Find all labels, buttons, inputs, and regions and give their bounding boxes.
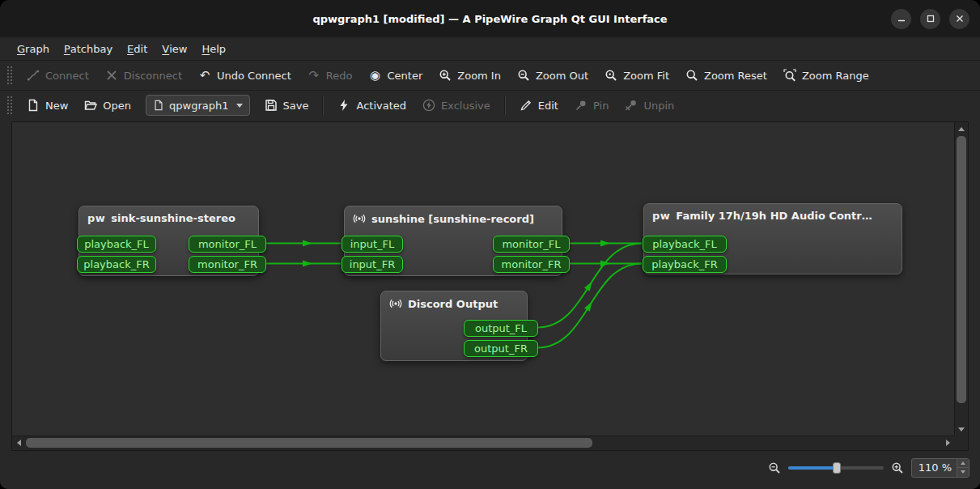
arrow-left-icon [17, 440, 21, 446]
zoom-in-icon [439, 69, 452, 82]
button-label: Open [103, 100, 131, 112]
horizontal-scroll-handle[interactable] [26, 438, 592, 448]
horizontal-scrollbar[interactable] [12, 436, 954, 450]
port-label: monitor_FR [502, 258, 562, 270]
menu-label: H [202, 43, 210, 55]
port-playback-fl[interactable]: playback_FL [643, 236, 727, 253]
arrow-up-icon [961, 461, 965, 465]
node-header: pw sink-sunshine-stereo [79, 206, 258, 224]
node-discord-output[interactable]: Discord Output output_FL output_FR [380, 291, 528, 361]
zoom-range-icon [783, 69, 796, 82]
edit-button[interactable]: Edit [512, 96, 566, 115]
vertical-scroll-handle[interactable] [957, 136, 966, 403]
scroll-down-button[interactable] [955, 423, 968, 436]
zoom-in-button[interactable]: Zoom In [431, 66, 508, 85]
scroll-up-button[interactable] [955, 122, 968, 135]
port-playback-fl[interactable]: playback_FL [77, 236, 156, 253]
zoom-reset-icon [685, 69, 698, 82]
node-header: pw Family 17h/19h HD Audio Contr… [644, 204, 902, 222]
port-label: input_FR [350, 258, 395, 270]
open-button[interactable]: Open [77, 96, 138, 115]
toolbar-handle[interactable] [7, 96, 12, 114]
spin-up-button[interactable] [957, 459, 969, 468]
toolbar-separator [322, 96, 324, 115]
exclusive-button[interactable]: Exclusive [415, 96, 498, 115]
node-family-hd-audio[interactable]: pw Family 17h/19h HD Audio Contr… playba… [643, 203, 902, 274]
node-sunshine[interactable]: sunshine [sunshine-record] input_FL inpu… [344, 206, 562, 276]
graph-canvas[interactable]: pw sink-sunshine-stereo playback_FL play… [12, 122, 954, 436]
zoom-out-button[interactable]: Zoom Out [510, 66, 596, 85]
open-folder-icon [84, 99, 97, 112]
button-label: Center [388, 70, 423, 82]
port-input-fr[interactable]: input_FR [342, 256, 403, 273]
port-monitor-fr[interactable]: monitor_FR [493, 256, 570, 273]
button-label: Pin [593, 100, 609, 112]
port-label: monitor_FL [198, 238, 257, 250]
maximize-button[interactable] [920, 9, 940, 29]
save-icon [265, 99, 278, 112]
menu-label: E [127, 43, 134, 55]
zoom-spinbox[interactable]: 110 % [911, 458, 969, 478]
node-title: sunshine [sunshine-record] [371, 213, 534, 225]
combo-value: qpwgraph1 [169, 100, 228, 112]
zoom-value[interactable]: 110 % [912, 459, 957, 477]
port-monitor-fr[interactable]: monitor_FR [189, 256, 266, 273]
activated-button[interactable]: Activated [330, 96, 414, 115]
disconnect-button[interactable]: Disconnect [98, 66, 189, 85]
patchbay-file-combo[interactable]: qpwgraph1 [146, 95, 249, 116]
zoom-fit-button[interactable]: Zoom Fit [597, 66, 677, 85]
pin-button[interactable]: Pin [567, 96, 616, 115]
lightning-icon [337, 99, 350, 112]
toolbar-handle[interactable] [7, 66, 12, 84]
menu-help[interactable]: Help [194, 37, 233, 60]
save-button[interactable]: Save [257, 96, 316, 115]
port-output-fl[interactable]: output_FL [464, 320, 538, 337]
spin-down-button[interactable] [957, 467, 969, 477]
zoom-in-icon[interactable] [891, 461, 904, 474]
zoom-fit-icon [605, 69, 617, 82]
center-button[interactable]: ◉ Center [362, 66, 431, 85]
close-button[interactable] [949, 9, 969, 29]
button-label: Edit [538, 100, 558, 112]
scroll-right-button[interactable] [941, 436, 954, 449]
zoom-slider[interactable] [788, 461, 884, 474]
port-monitor-fl[interactable]: monitor_FL [189, 236, 266, 253]
new-button[interactable]: New [19, 96, 75, 115]
undo-connect-button[interactable]: ↶ Undo Connect [191, 66, 299, 85]
slider-handle[interactable] [833, 462, 841, 474]
button-label: Disconnect [124, 70, 182, 82]
menu-view[interactable]: View [155, 37, 194, 60]
port-label: playback_FR [83, 258, 149, 270]
window-title: qpwgraph1 [modified] — A PipeWire Graph … [312, 13, 667, 25]
port-label: playback_FL [84, 238, 149, 250]
port-playback-fr[interactable]: playback_FR [643, 256, 727, 273]
node-sink-sunshine-stereo[interactable]: pw sink-sunshine-stereo playback_FL play… [78, 206, 259, 276]
scrollbar-corner [954, 436, 968, 450]
zoom-reset-button[interactable]: Zoom Reset [678, 66, 774, 85]
disconnect-icon [105, 69, 118, 82]
port-input-fl[interactable]: input_FL [342, 236, 403, 253]
redo-button[interactable]: ↷ Redo [300, 66, 360, 85]
port-playback-fr[interactable]: playback_FR [77, 256, 156, 273]
port-monitor-fl[interactable]: monitor_FL [493, 236, 570, 253]
minimize-button[interactable] [891, 9, 911, 29]
port-label: playback_FR [651, 258, 717, 270]
port-output-fr[interactable]: output_FR [464, 340, 538, 357]
zoom-out-icon[interactable] [768, 461, 781, 474]
vertical-scrollbar[interactable] [954, 122, 968, 436]
patchbay-file-icon [153, 100, 164, 111]
port-label: monitor_FR [197, 258, 257, 270]
zoom-range-button[interactable]: Zoom Range [776, 66, 876, 85]
canvas-area: pw sink-sunshine-stereo playback_FL play… [0, 120, 980, 451]
maximize-icon [926, 14, 935, 23]
connect-button[interactable]: Connect [19, 66, 96, 85]
spin-buttons [957, 459, 969, 477]
new-file-icon [27, 99, 40, 112]
scroll-left-button[interactable] [12, 436, 25, 449]
menu-edit[interactable]: Edit [120, 37, 155, 60]
button-label: Unpin [643, 100, 674, 112]
unpin-button[interactable]: Unpin [617, 96, 681, 115]
menu-graph[interactable]: Graph [10, 37, 57, 60]
menu-patchbay[interactable]: Patchbay [57, 37, 120, 60]
statusbar: 110 % [0, 451, 980, 489]
